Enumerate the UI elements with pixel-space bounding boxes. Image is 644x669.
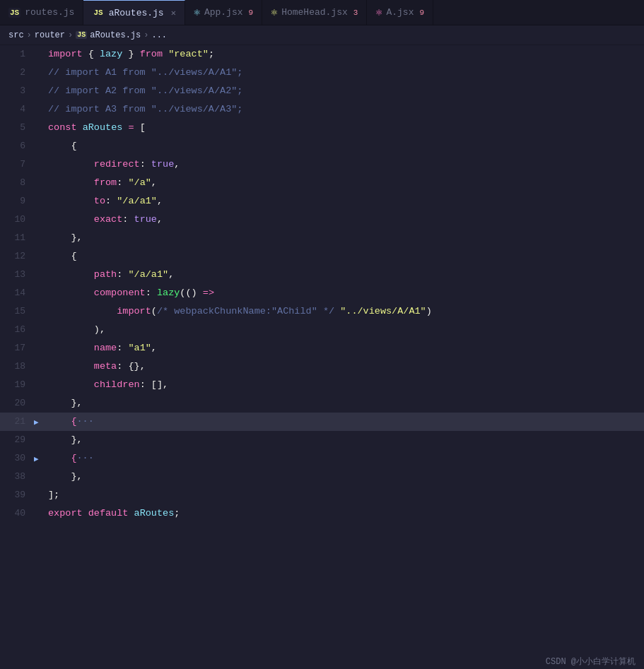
code-line-40: 40 export default aRoutes; [0, 504, 644, 523]
code-line-3: 3 // import A2 from "../views/A/A2"; [0, 82, 644, 100]
code-line-17: 17 name: "a1", [0, 339, 644, 357]
code-line-19: 19 children: [], [0, 376, 644, 394]
tab-label: routes.js [25, 7, 74, 18]
tab-badge: 9 [419, 8, 424, 17]
tab-a-jsx[interactable]: ⚛ A.jsx 9 [367, 0, 433, 25]
tab-close-button[interactable]: ✕ [171, 8, 176, 18]
tab-label: App.jsx [204, 7, 243, 18]
code-line-9: 9 to: "/a/a1", [0, 192, 644, 211]
tab-label: A.jsx [386, 7, 414, 18]
code-line-4: 4 // import A3 from "../views/A/A3"; [0, 100, 644, 119]
tab-app-jsx[interactable]: ⚛ App.jsx 9 [185, 0, 262, 25]
js-inline-icon: JS [76, 31, 87, 39]
react-icon: ⚛ [375, 6, 382, 19]
code-line-20: 20 }, [0, 394, 644, 413]
breadcrumb-src: src [8, 30, 24, 40]
react-icon: ⚛ [271, 6, 277, 19]
tab-badge: 3 [353, 8, 358, 17]
tab-bar: JS routes.js JS aRoutes.js ✕ ⚛ App.jsx 9… [0, 0, 644, 25]
code-line-30: 30 ▶ {··· [0, 449, 644, 468]
breadcrumb-file: aRoutes.js [90, 30, 141, 40]
status-text: CSDN @小小白学计算机 [546, 657, 636, 667]
code-line-14: 14 component: lazy(() => [0, 284, 644, 302]
code-line-29: 29 }, [0, 431, 644, 449]
tab-homehead-jsx[interactable]: ⚛ HomeHead.jsx 3 [262, 0, 367, 25]
breadcrumb: src › router › JS aRoutes.js › ... [0, 25, 644, 45]
js-icon: JS [92, 8, 104, 18]
code-line-39: 39 ]; [0, 486, 644, 504]
tab-label: HomeHead.jsx [281, 7, 348, 18]
tab-badge: 9 [249, 8, 254, 17]
code-line-18: 18 meta: {}, [0, 357, 644, 376]
tab-label: aRoutes.js [109, 8, 164, 18]
breadcrumb-router: router [35, 30, 65, 40]
code-line-5: 5 const aRoutes = [ [0, 119, 644, 137]
code-line-6: 6 { [0, 137, 644, 155]
code-line-1: 1 import { lazy } from "react"; [0, 45, 644, 64]
code-line-11: 11 }, [0, 229, 644, 247]
code-line-13: 13 path: "/a/a1", [0, 266, 644, 284]
code-area: 1 import { lazy } from "react"; 2 // imp… [0, 45, 644, 669]
tab-aRoutes-js[interactable]: JS aRoutes.js ✕ [83, 0, 185, 25]
tab-routes-js[interactable]: JS routes.js [0, 0, 83, 25]
status-bar: CSDN @小小白学计算机 [537, 654, 644, 669]
react-icon: ⚛ [194, 6, 200, 19]
collapse-arrow-30[interactable]: ▶ [34, 454, 45, 463]
code-line-38: 38 }, [0, 468, 644, 486]
code-line-12: 12 { [0, 247, 644, 266]
code-line-15: 15 import(/* webpackChunkName:"AChild" *… [0, 302, 644, 321]
code-line-21: 21 ▶ {··· [0, 413, 644, 431]
collapse-arrow-21[interactable]: ▶ [34, 418, 45, 427]
breadcrumb-ellipsis: ... [151, 30, 167, 40]
code-line-10: 10 exact: true, [0, 211, 644, 229]
code-line-16: 16 ), [0, 321, 644, 339]
code-line-2: 2 // import A1 from "../views/A/A1"; [0, 64, 644, 82]
code-line-7: 7 redirect: true, [0, 155, 644, 174]
code-line-8: 8 from: "/a", [0, 174, 644, 192]
js-icon: JS [8, 8, 21, 18]
